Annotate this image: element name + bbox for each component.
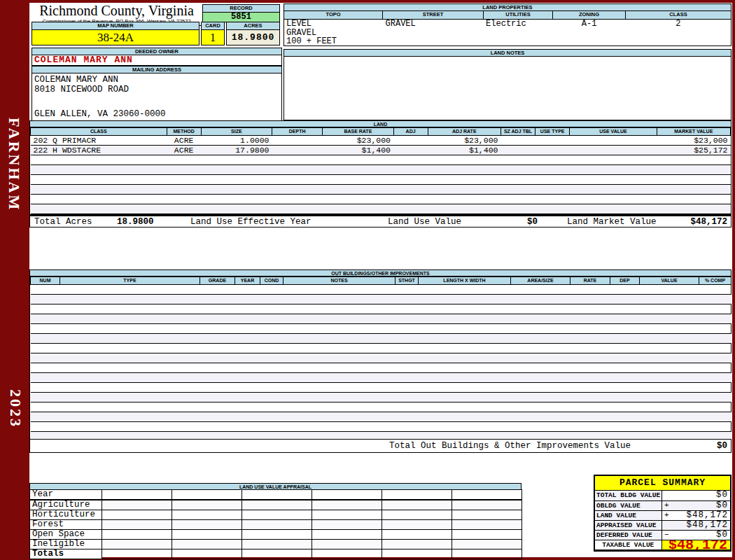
table-row xyxy=(31,402,732,412)
empty-cell xyxy=(31,422,732,432)
record-box: RECORD 5851 xyxy=(202,4,280,22)
district-label: FARNHAM xyxy=(5,118,23,211)
empty-cell xyxy=(31,314,732,324)
empty-cell xyxy=(31,324,732,334)
land-notes-body xyxy=(284,57,732,120)
table-row xyxy=(31,412,732,422)
table-row xyxy=(31,195,731,204)
summary-row-appraised: APPRAISED VALUE $48,172 xyxy=(595,520,730,530)
cell-class: 202 Q PRIMACR xyxy=(31,136,167,146)
appraisal-row-label: Year xyxy=(30,490,102,500)
empty-cell xyxy=(31,195,731,204)
empty-cell xyxy=(312,540,382,550)
total-bldg-label: TOTAL BLDG VALUE xyxy=(595,491,662,500)
col-size: SIZE xyxy=(201,128,272,136)
appraised-label: APPRAISED VALUE xyxy=(595,520,662,530)
col-class: CLASS xyxy=(31,128,167,136)
empty-cell xyxy=(312,490,382,500)
table-row xyxy=(31,295,732,304)
col-area-size: AREA/SIZE xyxy=(511,277,570,285)
cell-market-value: $25,172 xyxy=(657,146,730,155)
empty-cell xyxy=(31,285,732,295)
col-pct-comp: % COMP xyxy=(699,277,732,285)
empty-cell xyxy=(242,510,312,520)
cell-depth xyxy=(272,146,323,155)
col-market-value: MARKET VALUE xyxy=(657,128,730,136)
land-use-appraisal-section: LAND USE VALUE APPRAISAL Year Agricultur… xyxy=(29,483,522,559)
cell-size: 17.9800 xyxy=(201,146,272,155)
deferred-value: $0 xyxy=(671,530,730,540)
land-table-title: LAND xyxy=(29,120,732,127)
appraisal-row: Ineligible xyxy=(30,540,522,550)
op xyxy=(662,491,671,500)
table-row xyxy=(31,354,732,363)
empty-cell xyxy=(382,490,452,500)
empty-cell xyxy=(172,500,242,510)
empty-cell xyxy=(102,520,172,530)
cell-adj xyxy=(393,146,428,155)
col-adj-rate: ADJ RATE xyxy=(428,128,500,136)
land-row-1: 202 Q PRIMACR ACRE 1.0000 $23,000 $23,00… xyxy=(31,136,731,146)
summary-row-deferred: DEFERRED VALUE − $0 xyxy=(595,530,730,540)
empty-cell xyxy=(312,500,382,510)
parcel-summary-table: TOTAL BLDG VALUE $0 OBLDG VALUE + $0 LAN… xyxy=(595,491,730,550)
owner-section: DEEDED OWNER COLEMAN MARY ANN MAILING AD… xyxy=(31,48,282,122)
out-buildings-section: OUT BUILDINGS/OTHER IMPROVEMENTS NUM TYP… xyxy=(29,270,732,442)
mailing-line-1: COLEMAN MARY ANN xyxy=(34,75,281,85)
class-value: 2 xyxy=(625,20,731,29)
land-properties-values: LEVEL GRAVEL Electric A-1 2 GRAVEL 100 +… xyxy=(284,20,732,46)
appraisal-row: Horticulture xyxy=(30,510,522,520)
empty-cell xyxy=(172,540,242,550)
col-length-width: LENGTH X WIDTH xyxy=(419,277,511,285)
appraisal-row-label: Agriculture xyxy=(30,500,102,510)
appraisal-row: Year xyxy=(30,490,522,500)
empty-cell xyxy=(382,520,452,530)
empty-cell xyxy=(31,354,732,363)
land-use-value-label: Land Use Value xyxy=(388,216,461,228)
empty-cell xyxy=(172,530,242,540)
col-sthgt: STHGT xyxy=(396,277,419,285)
taxable-value: $48,172 xyxy=(662,540,730,550)
table-row xyxy=(31,334,732,344)
col-notes: NOTES xyxy=(284,277,396,285)
empty-cell xyxy=(31,402,732,412)
col-base-rate: BASE RATE xyxy=(323,128,393,136)
cell-class: 222 H WDSTACRE xyxy=(31,146,167,155)
land-header-row: CLASS METHOD SIZE DEPTH BASE RATE ADJ AD… xyxy=(31,128,731,136)
cell-use-type xyxy=(536,146,570,155)
empty-cell xyxy=(452,540,522,550)
empty-cell xyxy=(382,510,452,520)
summary-row-total-bldg: TOTAL BLDG VALUE $0 xyxy=(595,491,730,500)
land-properties-section: LAND PROPERTIES TOPO STREET UTILITIES ZO… xyxy=(284,4,732,46)
empty-cell xyxy=(102,530,172,540)
land-totals-row: Total Acres 18.9800 Land Use Effective Y… xyxy=(29,215,732,227)
empty-cell xyxy=(31,155,731,165)
table-row xyxy=(31,304,732,314)
cell-sz-adj-tbl xyxy=(500,146,535,155)
empty-cell xyxy=(312,550,382,559)
empty-cell xyxy=(31,175,731,185)
land-row-2: 222 H WDSTACRE ACRE 17.9800 $1,400 $1,40… xyxy=(31,146,731,155)
summary-row-obldg: OBLDG VALUE + $0 xyxy=(595,500,730,510)
table-row xyxy=(31,324,732,334)
out-buildings-total-label: Total Out Buildings & Other Improvements… xyxy=(389,440,631,452)
table-row xyxy=(31,285,732,295)
empty-cell xyxy=(312,520,382,530)
summary-row-land: LAND VALUE + $48,172 xyxy=(595,510,730,520)
out-buildings-table: NUM TYPE GRADE YEAR COND NOTES STHGT LEN… xyxy=(30,276,732,442)
cell-sz-adj-tbl xyxy=(500,136,535,146)
street-value: GRAVEL xyxy=(384,20,484,29)
table-row xyxy=(31,314,732,324)
county-title: Richmond County, Virginia xyxy=(31,3,202,18)
col-cond: COND xyxy=(260,277,284,285)
table-row xyxy=(31,175,731,185)
utilities-value: Electric xyxy=(484,20,553,29)
acres-value: 18.9800 xyxy=(226,30,280,46)
parcel-summary-title: PARCEL SUMMARY xyxy=(595,476,730,491)
appraisal-row: Open Space xyxy=(30,530,522,540)
appraised-value: $48,172 xyxy=(671,520,730,530)
acres-box: ACRES 18.9800 xyxy=(226,22,280,46)
empty-cell xyxy=(242,540,312,550)
obldg-value: $0 xyxy=(671,500,730,510)
empty-cell xyxy=(242,490,312,500)
